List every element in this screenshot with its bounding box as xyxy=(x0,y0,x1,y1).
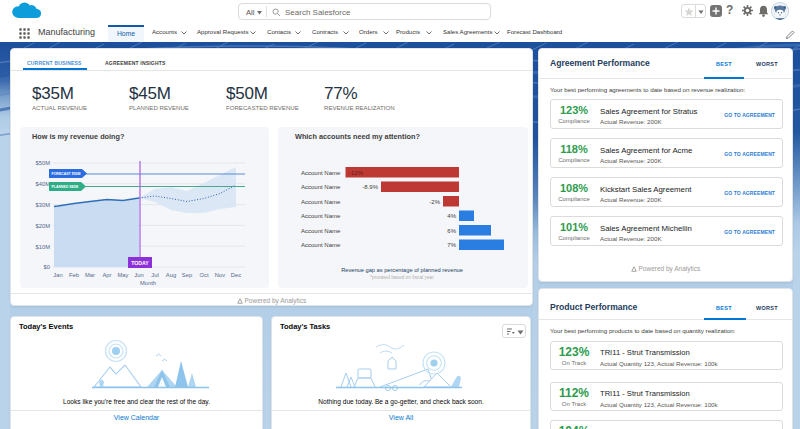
svg-text:$10M: $10M xyxy=(35,244,50,250)
svg-text:Account Name: Account Name xyxy=(301,242,341,248)
svg-text:Dec: Dec xyxy=(231,272,241,278)
svg-text:Account Name: Account Name xyxy=(301,213,341,219)
svg-text:Jan: Jan xyxy=(53,272,62,278)
svg-text:Jul: Jul xyxy=(151,272,158,278)
svg-text:PLANNED $45M: PLANNED $45M xyxy=(52,185,79,189)
svg-text:Jun: Jun xyxy=(134,272,143,278)
svg-text:-12%: -12% xyxy=(349,170,364,176)
svg-text:Nov: Nov xyxy=(215,272,225,278)
svg-text:*prorated based on fiscal year: *prorated based on fiscal year xyxy=(370,275,434,280)
svg-text:$30M: $30M xyxy=(35,202,50,208)
svg-text:Revenue gap as percentage of p: Revenue gap as percentage of planned rev… xyxy=(341,267,463,273)
svg-text:-2%: -2% xyxy=(429,199,440,205)
svg-text:Apr: Apr xyxy=(102,272,111,278)
svg-text:4%: 4% xyxy=(447,213,456,219)
svg-text:$20M: $20M xyxy=(35,223,50,229)
svg-text:$0: $0 xyxy=(44,264,50,270)
svg-text:Mar: Mar xyxy=(85,272,95,278)
svg-text:Account Name: Account Name xyxy=(301,170,341,176)
svg-text:Account Name: Account Name xyxy=(301,228,341,234)
svg-text:Account Name: Account Name xyxy=(301,199,341,205)
svg-text:May: May xyxy=(118,272,129,278)
svg-text:FORECAST $50M: FORECAST $50M xyxy=(52,172,81,176)
svg-text:Account Name: Account Name xyxy=(301,184,341,190)
svg-text:TODAY: TODAY xyxy=(131,260,149,266)
svg-text:-8.9%: -8.9% xyxy=(362,184,378,190)
svg-text:6%: 6% xyxy=(447,228,456,234)
svg-text:Sep: Sep xyxy=(182,272,192,278)
svg-text:Oct: Oct xyxy=(199,272,208,278)
svg-text:$40M: $40M xyxy=(35,181,50,187)
svg-text:$50M: $50M xyxy=(35,160,50,166)
svg-text:7%: 7% xyxy=(447,242,456,248)
svg-text:Month: Month xyxy=(140,280,156,286)
svg-text:Aug: Aug xyxy=(166,272,176,278)
svg-text:Feb: Feb xyxy=(69,272,79,278)
